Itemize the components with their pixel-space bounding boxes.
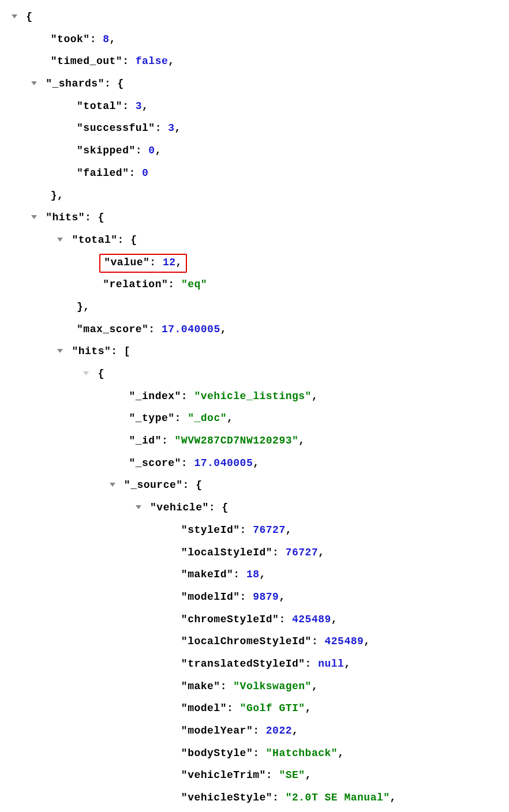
brace-open: {: [130, 234, 137, 246]
json-key: "model": [181, 702, 227, 714]
json-number: 3: [136, 100, 142, 112]
json-line: "_type": "_doc",: [12, 407, 497, 430]
json-key: "makeId": [181, 569, 233, 580]
json-string: "_doc": [188, 412, 227, 424]
json-string: "vehicle_listings": [194, 390, 311, 402]
json-number: 8: [103, 33, 109, 45]
json-key: "timed_out": [51, 55, 122, 67]
collapse-caret-icon[interactable]: [57, 349, 63, 353]
json-key: "vehicleTrim": [181, 769, 266, 781]
json-key: "successful": [77, 122, 155, 134]
json-bool: false: [136, 55, 169, 67]
json-string: "Hatchback": [266, 747, 338, 759]
json-line: {: [12, 363, 497, 385]
json-line: "skipped": 0,: [12, 140, 497, 162]
json-key: "total": [77, 100, 122, 112]
json-key: "modelId": [181, 591, 240, 603]
collapse-caret-icon[interactable]: [12, 14, 17, 18]
json-string: "eq": [181, 279, 207, 290]
json-line: "localStyleId": 76727,: [12, 542, 497, 564]
json-number: 425489: [325, 636, 364, 647]
json-line: "vehicleStyle": "2.0T SE Manual",: [12, 787, 497, 809]
json-key: "relation": [103, 279, 168, 290]
json-key: "_source": [124, 479, 183, 491]
json-line: "successful": 3,: [12, 117, 497, 140]
json-key: "modelYear": [181, 725, 253, 736]
brace-open: {: [98, 368, 104, 379]
json-string: "Volkswagen": [233, 681, 312, 692]
json-key: "took": [51, 33, 90, 45]
json-line: "make": "Volkswagen",: [12, 675, 497, 698]
json-line: "chromeStyleId": 425489,: [12, 608, 497, 631]
json-key: "vehicleStyle": [181, 792, 272, 803]
json-line: "total": {: [12, 229, 497, 251]
json-string: "Golf GTI": [240, 702, 305, 714]
json-number: 76727: [253, 524, 286, 536]
brace-open: {: [26, 11, 32, 22]
json-number: 0: [142, 167, 148, 179]
json-key: "localChromeStyleId": [181, 636, 312, 647]
json-line: "total": 3,: [12, 95, 497, 118]
json-key: "_score": [129, 457, 181, 469]
json-tree: { "took": 8, "timed_out": false, "_shard…: [12, 6, 497, 809]
brace-close: },: [51, 190, 64, 201]
json-number: 76727: [286, 547, 319, 558]
json-key: "localStyleId": [181, 547, 272, 558]
collapse-caret-icon[interactable]: [83, 371, 89, 375]
json-number: 0: [148, 145, 155, 156]
json-line: "_shards": {: [12, 73, 497, 95]
brace-open: {: [98, 212, 104, 223]
json-line: "vehicle": {: [12, 497, 497, 519]
brace-open: {: [222, 502, 228, 513]
json-line: "bodyStyle": "Hatchback",: [12, 742, 497, 765]
collapse-caret-icon[interactable]: [57, 238, 63, 242]
json-line: },: [12, 185, 497, 207]
json-null: null: [318, 658, 344, 670]
brace-open: {: [118, 78, 124, 89]
json-number: 9879: [253, 591, 279, 603]
json-line: "translatedStyleId": null,: [12, 653, 497, 675]
json-key: "_id": [129, 435, 162, 446]
json-key: "make": [181, 681, 220, 692]
collapse-caret-icon[interactable]: [31, 81, 37, 85]
json-key: "total": [72, 234, 117, 246]
json-line: },: [12, 296, 497, 318]
json-key: "skipped": [77, 145, 136, 156]
json-number: 18: [246, 569, 260, 580]
highlight-box: "value": 12,: [99, 254, 187, 273]
bracket-open: [: [124, 345, 130, 357]
json-key: "_type": [129, 412, 174, 424]
json-key: "vehicle": [150, 502, 209, 513]
json-key: "styleId": [181, 524, 240, 536]
json-number: 17.040005: [162, 324, 220, 335]
collapse-caret-icon[interactable]: [110, 483, 115, 487]
json-line: {: [12, 6, 497, 28]
json-line: "hits": [: [12, 340, 497, 363]
json-line: "max_score": 17.040005,: [12, 318, 497, 341]
json-line: "_index": "vehicle_listings",: [12, 385, 497, 408]
json-string: "WVW287CD7NW120293": [175, 435, 299, 446]
json-key: "translatedStyleId": [181, 658, 305, 670]
json-line: "_source": {: [12, 474, 497, 497]
brace-open: {: [196, 479, 202, 491]
json-number: 3: [168, 122, 174, 134]
collapse-caret-icon[interactable]: [136, 505, 141, 509]
json-key: "failed": [77, 167, 129, 179]
json-line: "took": 8,: [12, 28, 497, 51]
json-line: "makeId": 18,: [12, 563, 497, 586]
json-key: "chromeStyleId": [181, 614, 279, 625]
json-line: "vehicleTrim": "SE",: [12, 764, 497, 787]
json-line: "failed": 0: [12, 162, 497, 185]
brace-close: },: [77, 301, 90, 313]
json-string: "SE": [279, 769, 305, 781]
json-line: "styleId": 76727,: [12, 519, 497, 542]
json-key: "bodyStyle": [181, 747, 253, 759]
json-key: "_shards": [46, 78, 104, 89]
json-line: "_score": 17.040005,: [12, 452, 497, 475]
json-line: "_id": "WVW287CD7NW120293",: [12, 430, 497, 452]
json-line: "modelYear": 2022,: [12, 720, 497, 742]
collapse-caret-icon[interactable]: [31, 215, 37, 219]
json-key: "hits": [46, 212, 85, 223]
json-key: "hits": [72, 345, 111, 357]
json-key: "_index": [129, 390, 181, 402]
